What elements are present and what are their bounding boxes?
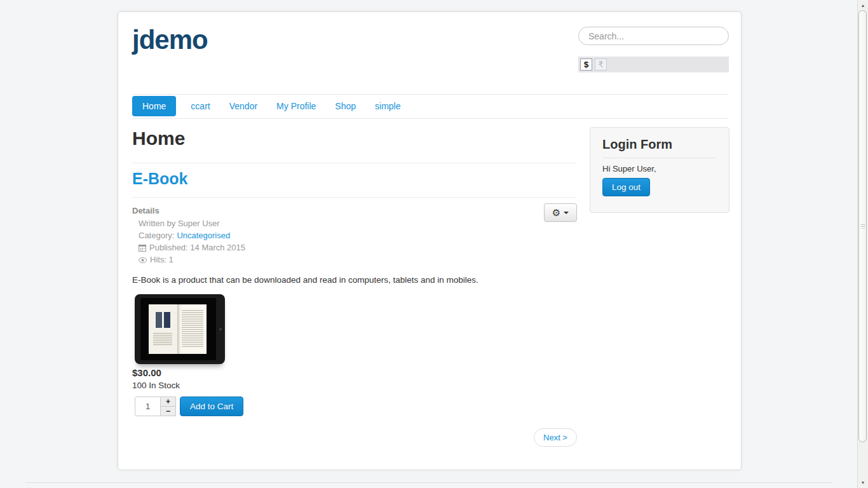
product-stock: 100 In Stock (132, 381, 180, 390)
currency-bar: $ ₹ (578, 57, 729, 72)
ebook-left-page (149, 304, 178, 354)
published-text: Published: 14 March 2015 (149, 242, 245, 254)
text-lines (182, 310, 204, 348)
search-input[interactable] (578, 27, 729, 45)
category-link[interactable]: Uncategorised (177, 230, 230, 241)
pagination-next-button[interactable]: Next > (534, 428, 577, 447)
content-card: jdemo $ ₹ Home ccart Vendor My Profile S… (118, 11, 742, 470)
nav-item-shop[interactable]: Shop (325, 96, 365, 116)
scroll-down-arrow-icon[interactable]: ▼ (858, 478, 868, 487)
quantity-input[interactable] (135, 396, 161, 416)
calendar-icon (139, 244, 146, 252)
details-label: Details (132, 205, 245, 217)
tablet-camera (219, 328, 222, 330)
login-greeting: Hi Super User, (602, 164, 717, 173)
scrollbar-grip-icon (860, 224, 865, 229)
gear-icon: ⚙ (552, 208, 560, 217)
add-to-cart-button[interactable]: Add to Cart (180, 396, 243, 416)
scrollbar-thumb[interactable] (858, 10, 867, 442)
currency-rupee-button[interactable]: ₹ (595, 58, 607, 71)
quantity-increase-button[interactable]: + (161, 397, 175, 407)
article-details: Details Written by Super User Category: … (132, 205, 245, 266)
eye-icon (139, 257, 147, 263)
article-body: E-Book is a product that can be download… (132, 275, 478, 285)
illustration (156, 312, 162, 328)
quantity-row: + − Add to Cart (135, 396, 243, 416)
product-image[interactable] (135, 294, 225, 364)
details-category: Category: Uncategorised (132, 230, 245, 241)
ebook-pages (149, 304, 207, 354)
quantity-decrease-button[interactable]: − (161, 407, 175, 416)
illustration (164, 312, 170, 328)
divider (132, 197, 577, 198)
main-content: Home E-Book Details Written by Super Use… (132, 119, 577, 470)
login-form-panel: Login Form Hi Super User, Log out (590, 127, 729, 213)
browser-scrollbar[interactable]: ▲ ▼ (857, 0, 868, 488)
nav-item-home[interactable]: Home (132, 96, 176, 116)
caption-lines (153, 333, 172, 346)
details-hits: Hits: 1 (132, 254, 245, 266)
article-options-button[interactable]: ⚙ (544, 203, 577, 222)
details-written-by: Written by Super User (132, 218, 245, 229)
currency-dollar-button[interactable]: $ (580, 58, 592, 71)
nav-item-simple[interactable]: simple (365, 96, 410, 116)
nav-item-ccart[interactable]: ccart (181, 96, 219, 116)
divider (132, 163, 577, 163)
quantity-stepper: + − (161, 396, 176, 416)
nav-item-vendor[interactable]: Vendor (220, 96, 267, 116)
category-label: Category: (139, 230, 174, 241)
chevron-down-icon (564, 212, 569, 214)
scroll-up-arrow-icon[interactable]: ▲ (858, 1, 868, 10)
login-form-title: Login Form (602, 137, 717, 158)
ebook-illustrations (156, 312, 170, 328)
tablet-screen (140, 298, 216, 360)
page-title: Home (132, 128, 185, 149)
nav-item-my-profile[interactable]: My Profile (267, 96, 325, 116)
article-title-link[interactable]: E-Book (132, 170, 188, 188)
logout-button[interactable]: Log out (602, 178, 650, 196)
main-navigation: Home ccart Vendor My Profile Shop simple (132, 94, 729, 118)
site-logo[interactable]: jdemo (132, 25, 208, 55)
product-price: $30.00 (132, 367, 161, 378)
hits-text: Hits: 1 (150, 254, 173, 266)
details-published: Published: 14 March 2015 (132, 242, 245, 254)
written-by-text: Written by Super User (139, 218, 220, 229)
ebook-right-page (178, 304, 207, 354)
footer-divider (25, 482, 832, 483)
